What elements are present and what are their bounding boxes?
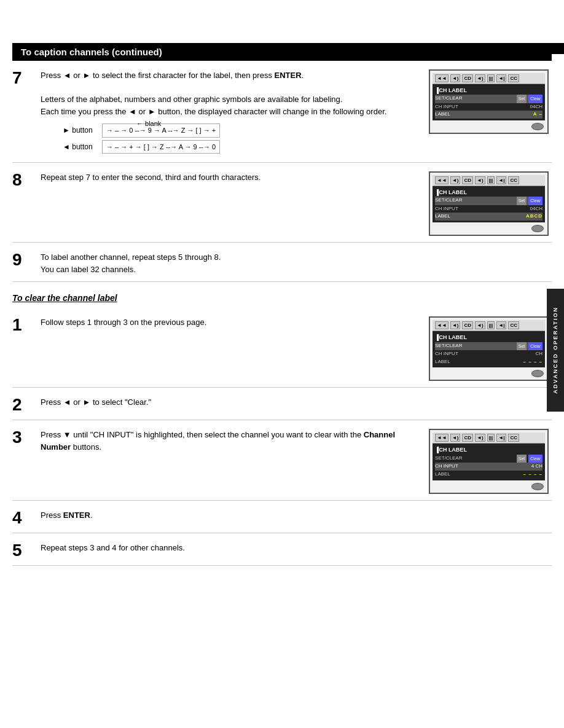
step9-text: To label another channel, repeat steps 5… bbox=[41, 252, 221, 274]
tv-icon: ◄◄ bbox=[435, 176, 448, 184]
step8-text: Repeat step 7 to enter the second, third… bbox=[41, 173, 260, 182]
tv-screen-1: ◄◄ ◄) CD ◄) ||| ◄| CC ▐CH LABEL SET/CLEA… bbox=[429, 69, 552, 134]
forward-button-label: ► button bbox=[63, 125, 100, 136]
clear-btn: Clear bbox=[528, 95, 542, 103]
tv-row-label: LABEL bbox=[435, 471, 450, 479]
step7-bold: ENTER bbox=[275, 71, 302, 80]
tv-row-label: CH INPUT bbox=[435, 350, 458, 358]
step-number-9: 9 bbox=[12, 251, 34, 268]
clear-step3-text2: buttons. bbox=[71, 442, 101, 452]
section-header: To caption channels (continued) bbox=[12, 43, 552, 61]
tv-menu-row-ch-input-hl: CH INPUT 4 CH bbox=[435, 463, 542, 471]
tv-knob bbox=[531, 483, 544, 490]
tv-row-val: 04CH bbox=[530, 103, 542, 111]
tv-icons-row-2: ◄◄ ◄) CD ◄) ||| ◄| CC bbox=[433, 175, 545, 186]
tv-bottom-2 bbox=[433, 224, 545, 232]
tv-row-label: CH INPUT bbox=[435, 103, 458, 111]
tv-icon: ||| bbox=[487, 321, 495, 329]
tv-screen-2: ◄◄ ◄) CD ◄) ||| ◄| CC ▐CH LABEL SET/CLEA… bbox=[429, 171, 552, 236]
step-row: 7 Press ◄ or ► to select the first chara… bbox=[12, 61, 552, 163]
tv-row-val: 04CH bbox=[530, 205, 542, 213]
right-sidebar: ADVANCED OPERATION bbox=[547, 289, 564, 412]
tv-icon: ◄) bbox=[475, 434, 485, 442]
forward-arrow-line: ► button → – → 0 --→ 9 → A --→ Z → [ ] →… bbox=[63, 123, 417, 138]
clear-step-row-2: 2 Press ◄ or ► to select "Clear." bbox=[12, 388, 552, 420]
tv-row-val: Set Clear bbox=[517, 342, 542, 350]
tv-row-val: Set Clear bbox=[517, 197, 542, 205]
tv-menu-2: ▐CH LABEL SET/CLEAR Set Clear CH INPUT 0… bbox=[433, 186, 545, 222]
tv-icon: ◄| bbox=[496, 321, 506, 329]
step-number-7: 7 bbox=[12, 69, 34, 87]
clear-step5-text: Repeat steps 3 and 4 for other channels. bbox=[41, 543, 185, 552]
tv-menu-row-set-clear: SET/CLEAR Set Clear bbox=[435, 342, 542, 350]
clear-step-number-2: 2 bbox=[12, 396, 34, 413]
tv-label-val: A – bbox=[533, 111, 542, 119]
tv-display-4: ◄◄ ◄) CD ◄) ||| ◄| CC ▐CH LABEL SET/CLEA… bbox=[429, 429, 549, 493]
step-number-8: 8 bbox=[12, 171, 34, 189]
page: To caption channels (continued) 7 Press … bbox=[0, 43, 564, 728]
tv-label-val: ABCD bbox=[526, 213, 542, 221]
tv-row-val: Set Clear bbox=[517, 455, 542, 463]
blank-label: ← blank bbox=[136, 119, 161, 129]
tv-icon: ◄) bbox=[450, 176, 461, 184]
tv-menu-row-set-clear: SET/CLEAR Set Clear bbox=[435, 455, 542, 463]
tv-icon: CC bbox=[508, 434, 519, 442]
tv-icons-row-1: ◄◄ ◄) CD ◄) ||| ◄| CC bbox=[433, 73, 545, 84]
tv-icon: ||| bbox=[487, 434, 495, 442]
arrow-diagram: ← blank ► button → – → 0 --→ 9 → A --→ Z… bbox=[63, 123, 417, 154]
clear-btn: Clear bbox=[528, 342, 542, 350]
tv-row-label: LABEL bbox=[435, 111, 450, 119]
tv-row-val: 4 CH bbox=[531, 463, 542, 471]
tv-row-val: CH bbox=[535, 350, 542, 358]
tv-menu-row-label: LABEL – – – – bbox=[435, 358, 542, 366]
tv-menu-title: ▐CH LABEL bbox=[435, 333, 542, 342]
tv-label-val: – – – – bbox=[523, 358, 542, 366]
tv-icon: ◄) bbox=[475, 176, 485, 184]
step-text-8: Repeat step 7 to enter the second, third… bbox=[41, 171, 417, 184]
tv-icon: ◄) bbox=[450, 434, 461, 442]
tv-icon: ◄| bbox=[496, 74, 506, 82]
clear-step4-bold: ENTER bbox=[63, 511, 90, 520]
tv-menu-row-ch-input: CH INPUT 04CH bbox=[435, 205, 542, 213]
clear-step-row-5: 5 Repeat steps 3 and 4 for other channel… bbox=[12, 533, 552, 566]
clear-step-text-3: Press ▼ until "CH INPUT" is highlighted,… bbox=[41, 429, 417, 453]
step7-text2: . bbox=[302, 71, 304, 80]
clear-step2-text: Press ◄ or ► to select "Clear." bbox=[41, 397, 151, 407]
tv-icon: ◄) bbox=[450, 321, 461, 329]
tv-bottom-4 bbox=[433, 482, 545, 490]
tv-icon: CD bbox=[462, 321, 473, 329]
tv-row-label: LABEL bbox=[435, 358, 450, 366]
clear-step3-text: Press ▼ until "CH INPUT" is highlighted,… bbox=[41, 430, 364, 439]
section-title: To caption channels (continued) bbox=[21, 47, 162, 57]
tv-display-1: ◄◄ ◄) CD ◄) ||| ◄| CC ▐CH LABEL SET/CLEA… bbox=[429, 69, 549, 134]
tv-icon: CC bbox=[508, 176, 519, 184]
tv-row-label: CH INPUT bbox=[435, 205, 458, 213]
step7-text: Press ◄ or ► to select the first charact… bbox=[41, 71, 275, 80]
subsection-title: To clear the channel label bbox=[12, 293, 117, 303]
tv-bottom-3 bbox=[433, 369, 545, 377]
tv-icon: CC bbox=[508, 74, 519, 82]
set-btn: Set bbox=[517, 197, 527, 205]
tv-row-label: LABEL bbox=[435, 213, 450, 221]
clear-step-row-4: 4 Press ENTER. bbox=[12, 501, 552, 533]
tv-icon: ◄| bbox=[496, 176, 506, 184]
tv-menu-row-set-clear: SET/CLEAR Set Clear bbox=[435, 197, 542, 205]
clear-btn: Clear bbox=[528, 197, 542, 205]
tv-screen-3: ◄◄ ◄) CD ◄) ||| ◄| CC ▐CH LABEL SET/CLEA… bbox=[429, 316, 552, 381]
clear-step4-text: Press bbox=[41, 511, 63, 520]
step-row-8: 8 Repeat step 7 to enter the second, thi… bbox=[12, 163, 552, 243]
clear-step-number-4: 4 bbox=[12, 509, 34, 526]
tv-menu-row-set-clear: SET/CLEAR Set Clear bbox=[435, 95, 542, 103]
clear-step-number-5: 5 bbox=[12, 542, 34, 559]
tv-menu-row-ch-input: CH INPUT 04CH bbox=[435, 103, 542, 111]
set-btn: Set bbox=[517, 342, 527, 350]
sidebar-label: ADVANCED OPERATION bbox=[552, 307, 558, 394]
tv-icon: CD bbox=[462, 176, 473, 184]
tv-icon: ◄) bbox=[450, 74, 461, 82]
content-area: 7 Press ◄ or ► to select the first chara… bbox=[12, 61, 552, 566]
tv-icon: ◄) bbox=[475, 321, 485, 329]
tv-bottom bbox=[433, 122, 545, 130]
tv-icon: ◄◄ bbox=[435, 434, 448, 442]
tv-icon: CD bbox=[462, 74, 473, 82]
clear-step1-text: Follow steps 1 through 3 on the previous… bbox=[41, 318, 206, 327]
